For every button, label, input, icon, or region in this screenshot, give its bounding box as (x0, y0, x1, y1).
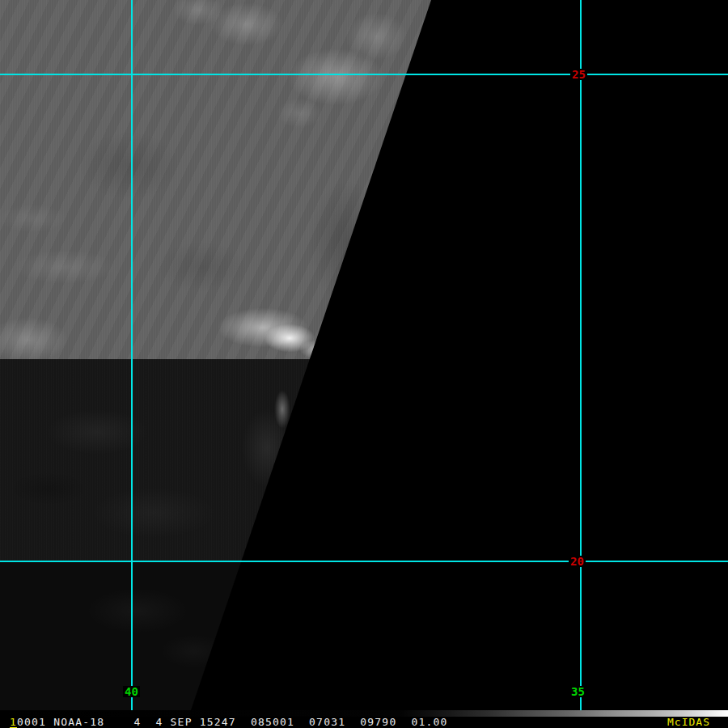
satellite-image-area[interactable] (0, 0, 728, 710)
latitude-label-25: 25 (570, 69, 587, 80)
status-bar: 10001 NOAA-18 4 4 SEP 15247 085001 07031… (0, 717, 728, 728)
longitude-label-35: 35 (569, 686, 586, 697)
longitude-line-40 (131, 0, 133, 717)
image-band-dusk (0, 359, 728, 562)
frame-number-cursor[interactable]: 1 (10, 716, 17, 728)
image-info-text: 10001 NOAA-18 4 4 SEP 15247 085001 07031… (10, 717, 448, 728)
image-band-daylit (0, 0, 728, 359)
latitude-line-25 (0, 74, 728, 75)
longitude-label-40: 40 (123, 686, 140, 697)
mcidas-window: 25 20 40 35 10001 NOAA-18 4 4 SEP 15247 … (0, 0, 728, 728)
mcidas-brand-label: McIDAS (667, 717, 710, 728)
longitude-line-35 (580, 0, 582, 717)
image-info-fields: 0001 NOAA-18 4 4 SEP 15247 085001 07031 … (17, 716, 448, 728)
latitude-line-20 (0, 561, 728, 562)
latitude-label-20: 20 (569, 556, 586, 567)
satellite-swath (0, 0, 728, 710)
image-band-night (0, 562, 728, 710)
